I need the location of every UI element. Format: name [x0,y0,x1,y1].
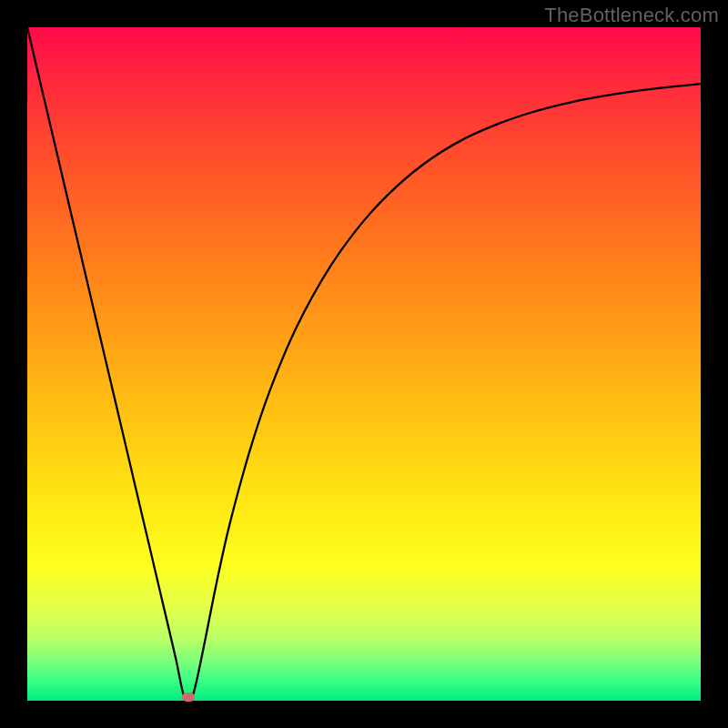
watermark-text: TheBottleneck.com [544,4,719,27]
bottleneck-curve [27,27,701,701]
plot-svg [27,27,701,701]
plot-frame [27,27,701,701]
optimal-point-marker [182,693,195,702]
